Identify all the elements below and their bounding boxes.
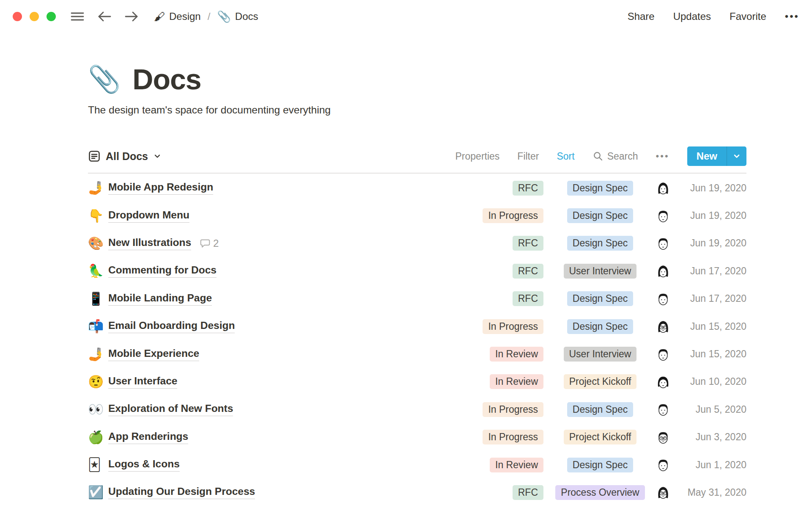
doc-row[interactable]: 📬 Email Onboarding Design In Progress De… [88,312,746,340]
filter-button[interactable]: Filter [517,151,539,162]
search-label: Search [607,151,638,162]
doc-row[interactable]: 🍏 App Renderings In Progress Project Kic… [88,423,746,451]
doc-row[interactable]: ☑️ Updating Our Design Process RFC Proce… [88,479,746,506]
status-badge: In Progress [483,430,543,444]
comment-count: 2 [213,237,219,249]
breadcrumb-label: Design [169,11,201,22]
edited-date: Jun 15, 2020 [680,348,746,360]
edited-date: Jun 19, 2020 [680,237,746,249]
search-icon [593,151,604,162]
list-view-icon [88,150,101,163]
avatar [655,484,671,500]
avatar [655,374,671,390]
doc-emoji-icon: 🍏 [88,431,108,444]
doc-row[interactable]: 🃏 Logos & Icons In Review Design Spec Ju… [88,451,746,478]
zoom-window-button[interactable] [47,12,56,21]
page-subtitle[interactable]: The design team's space for documenting … [88,104,746,116]
updates-button[interactable]: Updates [673,11,711,22]
sort-button[interactable]: Sort [557,151,574,162]
edited-date: Jun 15, 2020 [680,321,746,332]
new-button[interactable]: New [687,146,727,166]
doc-title-link[interactable]: Logos & Icons [108,458,180,472]
doc-row[interactable]: 🎨 New Illustrations 2 RFC Design Spec Ju… [88,229,746,257]
database-toolbar: All Docs Properties Filter Sort Search •… [88,146,746,166]
view-switcher[interactable]: All Docs [88,150,162,163]
doc-emoji-icon: 📬 [88,320,108,333]
doc-title-link[interactable]: Updating Our Design Process [108,486,255,499]
status-badge: In Review [490,458,543,472]
breadcrumb-item-design[interactable]: 🖌 Design [154,10,201,23]
edited-date: Jun 19, 2020 [680,210,746,221]
doc-title-link[interactable]: Commenting for Docs [108,264,217,278]
page-content: 📎 Docs The design team's space for docum… [0,33,812,506]
doc-title-link[interactable]: App Renderings [108,431,188,444]
table-divider [88,173,746,174]
type-badge: Project Kickoff [564,374,637,389]
doc-title-link[interactable]: User Interface [108,375,177,389]
minimize-window-button[interactable] [30,12,39,21]
type-badge: User Interview [564,264,637,279]
avatar [655,429,671,445]
new-dropdown-button[interactable] [727,146,746,166]
edited-date: Jun 5, 2020 [680,404,746,415]
doc-emoji-icon: ☑️ [88,486,108,499]
doc-row[interactable]: 🤨 User Interface In Review Project Kicko… [88,368,746,395]
type-badge: Project Kickoff [564,430,637,444]
new-button-group: New [687,146,746,166]
doc-emoji-icon: 🤳 [88,348,108,361]
doc-title-link[interactable]: Mobile Experience [108,348,199,361]
type-badge: Design Spec [567,208,633,223]
paintbrush-icon: 🖌 [154,10,165,23]
doc-row[interactable]: 📱 Mobile Landing Page RFC Design Spec Ju… [88,285,746,312]
doc-title-link[interactable]: Exploration of New Fonts [108,403,233,416]
doc-title-link[interactable]: New Illustrations [108,237,191,250]
avatar [655,180,671,196]
breadcrumb: 🖌 Design / 📎 Docs [154,10,258,23]
breadcrumb-label: Docs [235,11,258,22]
forward-icon[interactable] [124,10,139,23]
doc-row[interactable]: 🦜 Commenting for Docs RFC User Interview… [88,257,746,285]
doc-row[interactable]: 👀 Exploration of New Fonts In Progress D… [88,396,746,423]
type-badge: Design Spec [567,458,633,472]
more-options-icon[interactable]: ••• [785,11,799,22]
page-title[interactable]: Docs [132,63,201,96]
sidebar-menu-icon[interactable] [70,11,85,22]
edited-date: Jun 19, 2020 [680,182,746,194]
doc-row[interactable]: 🤳 Mobile Experience In Review User Inter… [88,340,746,368]
properties-button[interactable]: Properties [455,151,500,162]
status-badge: RFC [513,181,543,196]
page-header: 📎 Docs The design team's space for docum… [88,33,746,116]
doc-row[interactable]: 👇 Dropdown Menu In Progress Design Spec … [88,202,746,229]
page-icon-paperclip[interactable]: 📎 [88,66,121,92]
doc-emoji-icon: 👇 [88,210,108,222]
view-more-options-icon[interactable]: ••• [656,151,669,162]
status-badge: In Progress [483,208,543,223]
comment-bubble-icon [200,238,211,249]
type-badge: Process Overview [555,485,645,500]
status-badge: RFC [513,485,543,500]
breadcrumb-item-docs[interactable]: 📎 Docs [217,10,258,23]
doc-title-link[interactable]: Mobile Landing Page [108,292,212,306]
favorite-button[interactable]: Favorite [730,11,766,22]
close-window-button[interactable] [13,12,22,21]
doc-title-link[interactable]: Email Onboarding Design [108,320,235,333]
status-badge: RFC [513,264,543,279]
doc-title-link[interactable]: Mobile App Redesign [108,181,213,195]
edited-date: Jun 10, 2020 [680,376,746,387]
view-name: All Docs [106,150,148,163]
avatar [655,263,671,279]
doc-emoji-icon: 📱 [88,293,108,305]
doc-title-link[interactable]: Dropdown Menu [108,209,189,223]
edited-date: May 31, 2020 [680,487,746,498]
type-badge: Design Spec [567,291,633,306]
status-badge: In Review [490,347,543,362]
edited-date: Jun 3, 2020 [680,431,746,443]
doc-row[interactable]: 🤳 Mobile App Redesign RFC Design Spec Ju… [88,174,746,202]
window-controls [13,12,56,21]
comment-indicator[interactable]: 2 [200,237,219,249]
status-badge: In Review [490,374,543,389]
search-button[interactable]: Search [593,151,638,162]
share-button[interactable]: Share [628,11,655,22]
avatar [655,457,671,473]
back-icon[interactable] [97,10,112,23]
